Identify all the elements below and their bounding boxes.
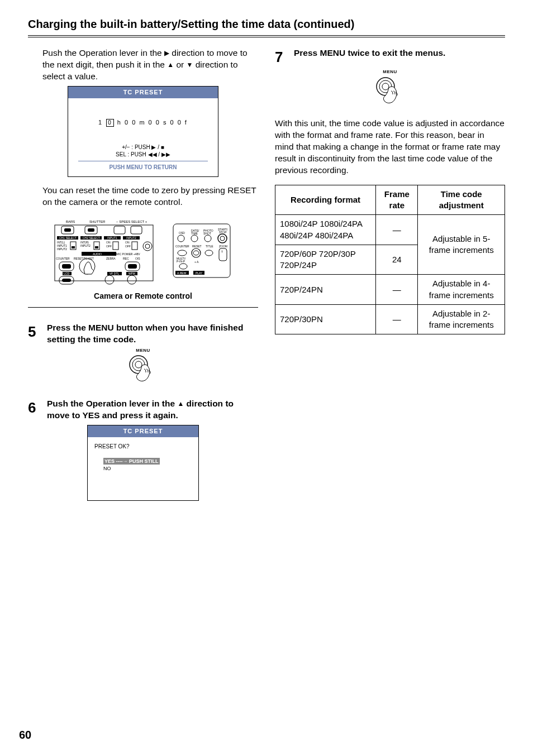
- triangle-up-icon: ▲: [167, 60, 174, 69]
- lcd2-header: TC PRESET: [88, 425, 198, 437]
- svg-text:PLAY: PLAY: [196, 271, 203, 275]
- svg-text:SHOT: SHOT: [203, 232, 211, 235]
- step-6-text: Push the Operation lever in the ▲ direct…: [47, 398, 258, 422]
- svg-rect-9: [131, 226, 142, 234]
- triangle-down-icon: ▼: [186, 60, 193, 69]
- lcd-footer: PUSH MENU TO RETURN: [78, 161, 208, 174]
- lcd-preset-confirm-box: TC PRESET PRESET OK? YES ----→ PUSH STIL…: [87, 425, 199, 500]
- intro-paragraph: Push the Operation lever in the ▶ direct…: [42, 47, 258, 83]
- step-5-text: Press the MENU button when you have fini…: [47, 322, 258, 346]
- timecode-table: Recording format Frame rate Time code ad…: [275, 185, 505, 335]
- svg-text:STOP: STOP: [219, 231, 227, 234]
- cell-r3c3: Adjustable in 4-frame increments: [418, 275, 505, 305]
- svg-point-83: [179, 264, 187, 269]
- cell-r1c1: 1080i/24P 1080i/24PA 480i/24P 480i/24PA: [275, 215, 376, 245]
- svg-text:INPUT2: INPUT2: [57, 247, 67, 251]
- svg-rect-22: [72, 246, 75, 248]
- svg-point-77: [193, 251, 199, 255]
- camera-remote-diagram: BARS SHUTTER − SPEES SELECT + CH1 SELECT…: [28, 214, 258, 286]
- preset-question: PRESET OK?: [94, 443, 192, 451]
- svg-text:ZOOM: ZOOM: [219, 245, 227, 248]
- svg-point-75: [178, 250, 187, 256]
- step-6-number: 6: [28, 398, 42, 422]
- svg-rect-5: [64, 228, 71, 232]
- page-title: Charging the built-in battery/Setting th…: [28, 17, 505, 37]
- svg-text:T: T: [221, 250, 223, 253]
- step-5-number: 5: [28, 322, 42, 346]
- svg-text:WFM: WFM: [129, 272, 135, 275]
- cell-r1c2: —: [376, 215, 418, 245]
- right-column: 7 Press MENU twice to exit the menus. ME…: [275, 47, 505, 501]
- svg-rect-32: [132, 242, 137, 250]
- lcd-value-prefix: 1: [98, 119, 106, 126]
- svg-rect-8: [114, 226, 125, 234]
- svg-text:OIS: OIS: [135, 257, 140, 260]
- svg-text:OFF: OFF: [125, 245, 131, 248]
- cell-r2c1: 720P/60P 720P/30P 720P/24P: [275, 245, 376, 275]
- svg-point-70: [220, 236, 225, 241]
- svg-text:ON: ON: [106, 241, 111, 244]
- th-frame-rate: Frame rate: [376, 185, 418, 215]
- step-6: 6 Push the Operation lever in the ▲ dire…: [28, 398, 258, 422]
- lcd-header: TC PRESET: [68, 87, 218, 98]
- step-7-number: 7: [275, 47, 289, 67]
- step-5: 5 Press the MENU button when you have fi…: [28, 322, 258, 346]
- svg-text:OSD: OSD: [179, 231, 185, 235]
- svg-text:REC: REC: [123, 257, 129, 260]
- cell-r3c2: —: [376, 275, 418, 305]
- svg-point-68: [204, 235, 211, 242]
- diagram-caption: Camera or Remote control: [28, 291, 258, 308]
- triangle-up-icon: ▲: [177, 399, 184, 408]
- svg-text:INPUT2: INPUT2: [126, 236, 136, 240]
- svg-text:AUDIO: AUDIO: [93, 252, 102, 256]
- intro-a: Push the Operation lever in the: [42, 48, 164, 58]
- cell-r3c1: 720P/24PN: [275, 275, 376, 305]
- svg-point-78: [205, 250, 213, 256]
- svg-point-66: [178, 235, 184, 242]
- th-recording-format: Recording format: [275, 185, 376, 215]
- menu-press-icon: [126, 353, 160, 385]
- svg-text:TIME: TIME: [191, 232, 198, 235]
- cell-r4c3: Adjustable in 2-frame increments: [418, 304, 505, 334]
- svg-text:COUNTER: COUNTER: [175, 245, 189, 248]
- svg-text:TITLE: TITLE: [206, 245, 213, 248]
- svg-rect-7: [88, 228, 94, 232]
- lcd-hint-1: +/− : PUSH ▶ / ■: [68, 143, 218, 151]
- cell-r4c1: 720P/30PN: [275, 304, 376, 334]
- preset-no-option: NO: [103, 466, 111, 471]
- remote-control-icon: OSD DATE/ TIME PHOTO SHOT START/ STOP CO…: [171, 214, 232, 281]
- svg-text:ON: ON: [125, 241, 130, 244]
- svg-text:OFF: OFF: [106, 245, 112, 248]
- svg-rect-44: [62, 264, 71, 269]
- svg-text:LCD: LCD: [64, 272, 69, 275]
- step-7-text: Press MENU twice to exit the menus.: [294, 47, 505, 67]
- menu-label: MENU: [28, 348, 258, 354]
- svg-text:ZEBRA: ZEBRA: [106, 257, 116, 260]
- svg-text:SHUTTER: SHUTTER: [89, 220, 106, 223]
- left-column: Push the Operation lever in the ▶ direct…: [28, 47, 258, 501]
- cell-r2c2: 24: [376, 245, 418, 275]
- svg-text:CH2 SELECT: CH2 SELECT: [83, 236, 100, 240]
- reset-text: You can reset the time code to zero by p…: [42, 185, 258, 208]
- lcd-value-cursor: 0: [106, 119, 114, 127]
- svg-rect-47: [128, 264, 137, 269]
- svg-rect-55: [62, 279, 71, 282]
- svg-point-91: [135, 361, 142, 368]
- step6-a: Push the Operation lever in the: [47, 399, 177, 408]
- menu-press-icon: [373, 75, 407, 107]
- svg-point-69: [218, 234, 227, 243]
- svg-text:P-IN-P: P-IN-P: [177, 260, 185, 263]
- cell-r12c3: Adjustable in 5-frame increments: [418, 215, 505, 275]
- svg-text:INPUT2: INPUT2: [80, 244, 91, 247]
- svg-text:BARS: BARS: [66, 220, 75, 223]
- svg-point-56: [105, 275, 114, 284]
- svg-point-57: [127, 275, 136, 284]
- svg-point-67: [191, 235, 198, 242]
- svg-text:INPUT1: INPUT1: [107, 236, 117, 240]
- svg-rect-29: [113, 242, 118, 250]
- svg-text:A.REW: A.REW: [177, 271, 187, 275]
- svg-text:VF DTL: VF DTL: [110, 272, 119, 275]
- svg-point-33: [143, 242, 152, 251]
- lcd-hint-2: SEL : PUSH ◀◀ / ▶▶: [68, 151, 218, 159]
- svg-point-94: [382, 83, 389, 90]
